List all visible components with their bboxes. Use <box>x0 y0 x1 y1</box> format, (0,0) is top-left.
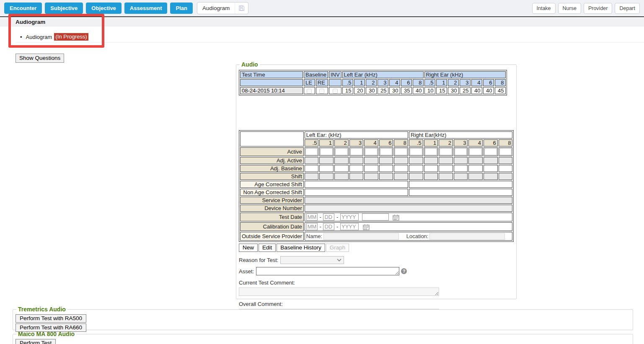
row-non-age-corrected-shift: Non Age Corrected Shift <box>240 189 512 196</box>
calibration-date-yyyy-input[interactable] <box>340 223 359 230</box>
row-shift: Shift <box>240 173 512 180</box>
baseline-re-checkbox <box>319 89 324 94</box>
active-threshold-input[interactable] <box>335 148 348 155</box>
freq-header: 3 <box>349 139 364 146</box>
active-threshold-input[interactable] <box>350 148 363 155</box>
calendar-icon[interactable] <box>393 214 399 221</box>
right-value: 15 <box>436 87 447 94</box>
audiogram-list-item[interactable]: • Audiogram (In Progress) <box>20 33 88 41</box>
nurse-button[interactable]: Nurse <box>558 3 581 14</box>
toolbar-right: Intake Nurse Provider Depart <box>530 3 640 14</box>
calendar-icon[interactable] <box>363 224 370 230</box>
active-threshold-input[interactable] <box>395 148 407 155</box>
freq-header: .5 <box>305 139 319 146</box>
right-value: 40 <box>483 87 494 94</box>
calibration-date-dd-input[interactable] <box>323 223 334 230</box>
col-le: LE <box>304 79 315 86</box>
audio-detail-table: Left Ear: (kHz) Right Ear(kHz) .5 1 2 3 … <box>239 130 514 242</box>
right-ear-header: Right Ear(kHz) <box>409 131 512 139</box>
right-value: 40 <box>471 87 482 94</box>
freq-header: 6 <box>379 139 393 146</box>
results-header-row: Test Time Baseline INV Left Ear (kHz) Ri… <box>240 71 506 78</box>
edit-button[interactable]: Edit <box>259 244 276 252</box>
active-input-cell <box>409 147 423 156</box>
encounter-button[interactable]: Encounter <box>4 3 42 14</box>
active-threshold-input[interactable] <box>365 148 378 155</box>
outside-provider-location-input[interactable] <box>429 233 505 240</box>
row-test-date: Test Date - - <box>240 213 512 221</box>
row-label: Shift <box>240 173 304 180</box>
row-adj-baseline: Adj. Baseline <box>240 165 512 172</box>
toolbar-left: Encounter Subjective Objective Assessmen… <box>4 2 248 14</box>
active-threshold-input[interactable] <box>380 148 393 155</box>
active-threshold-input[interactable] <box>320 148 333 155</box>
baseline-history-button[interactable]: Baseline History <box>277 244 325 252</box>
intake-button[interactable]: Intake <box>532 3 556 14</box>
calibration-date-mm-input[interactable] <box>306 223 318 230</box>
freq-header: 8 <box>499 139 513 146</box>
left-value: 25 <box>378 87 388 94</box>
active-threshold-input[interactable] <box>440 148 452 155</box>
active-threshold-input[interactable] <box>484 148 497 155</box>
freq-header: 6 <box>484 139 498 146</box>
chevron-down-icon <box>337 259 341 262</box>
audiogram-tab-label: Audiogram <box>197 3 235 14</box>
active-input-cell <box>319 147 334 156</box>
row-label: Test Date <box>240 213 304 221</box>
freq-header: 4 <box>471 79 482 86</box>
row-label: Non Age Corrected Shift <box>240 189 304 196</box>
provider-button[interactable]: Provider <box>584 3 613 14</box>
active-threshold-input[interactable] <box>410 148 422 155</box>
outside-provider-name-input[interactable] <box>323 233 399 240</box>
audiogram-tab[interactable]: Audiogram <box>197 2 248 14</box>
left-value: 35 <box>401 87 412 94</box>
reason-select[interactable] <box>280 256 344 264</box>
row-device-number: Device Number <box>240 205 512 212</box>
test-date-yyyy-input[interactable] <box>340 213 359 221</box>
status-badge: (In Progress) <box>54 33 88 41</box>
freq-header: 1 <box>424 139 438 146</box>
left-ear-header: Left Ear: (kHz) <box>305 131 408 139</box>
current-test-comment-input[interactable] <box>239 288 439 296</box>
row-label: Service Provider <box>240 197 304 204</box>
subjective-button[interactable]: Subjective <box>45 3 83 14</box>
show-questions-button[interactable]: Show Questions <box>16 54 64 63</box>
detail-ear-header-row: Left Ear: (kHz) Right Ear(kHz) <box>240 131 512 139</box>
asset-input[interactable] <box>256 267 399 275</box>
freq-header: 6 <box>483 79 494 86</box>
active-threshold-input[interactable] <box>469 148 482 155</box>
empty-cell <box>329 79 341 86</box>
test-date-dd-input[interactable] <box>323 213 334 221</box>
test-time-input[interactable] <box>362 213 389 221</box>
help-icon[interactable]: ? <box>401 268 407 274</box>
maico-fieldset: Maico MA 800 Audio Perform Test <box>13 331 633 344</box>
audio-fieldset: Audio Test Time Baseline INV Left Ear (k… <box>236 61 517 299</box>
freq-header: 3 <box>460 79 471 86</box>
test-time-value: 08-24-2015 10:14 <box>240 87 303 94</box>
freq-header: 4 <box>389 79 400 86</box>
test-date-mm-input[interactable] <box>306 213 318 221</box>
reason-label: Reason for Test: <box>239 257 278 263</box>
left-value: 15 <box>342 87 353 94</box>
audiogram-item-label: Audiogram <box>26 34 52 40</box>
results-data-row: 08-24-2015 10:14 15 20 30 25 30 35 40 10… <box>240 87 506 94</box>
active-threshold-input[interactable] <box>305 148 318 155</box>
perform-test-button[interactable]: Perform Test <box>16 339 56 344</box>
active-threshold-input[interactable] <box>499 148 512 155</box>
assessment-button[interactable]: Assessment <box>124 3 168 14</box>
col-baseline: Baseline <box>304 71 328 78</box>
row-calibration-date: Calibration Date - - <box>240 222 512 231</box>
active-input-cell <box>424 147 438 156</box>
right-value: 45 <box>495 87 506 94</box>
row-label: Outside Service Provider <box>240 232 304 241</box>
objective-button[interactable]: Objective <box>86 3 122 14</box>
row-label: Age Corrected Shift <box>240 181 304 188</box>
perform-test-ra500-button[interactable]: Perform Test with RA500 <box>16 314 86 323</box>
section-header: Audiogram <box>0 18 644 26</box>
active-threshold-input[interactable] <box>455 148 467 155</box>
plan-button[interactable]: Plan <box>170 3 192 14</box>
new-button[interactable]: New <box>239 244 258 252</box>
active-threshold-input[interactable] <box>425 148 437 155</box>
active-input-cell <box>364 147 378 156</box>
depart-button[interactable]: Depart <box>615 3 640 14</box>
